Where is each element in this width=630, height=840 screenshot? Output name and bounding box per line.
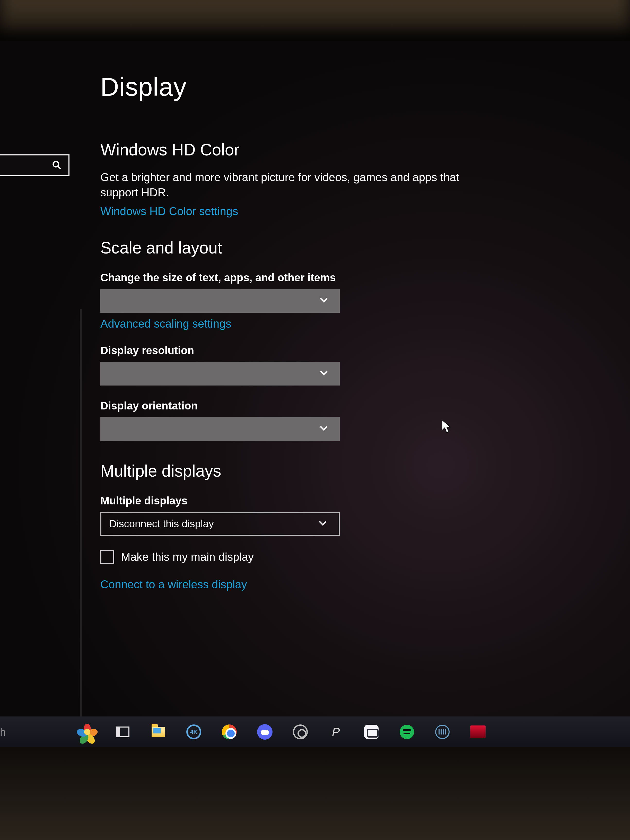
flower-icon — [78, 723, 96, 741]
taskbar-photos-app[interactable] — [77, 722, 97, 742]
advanced-scaling-link[interactable]: Advanced scaling settings — [100, 317, 231, 330]
taskbar-discord[interactable] — [255, 722, 275, 742]
multiple-displays-value: Disconnect this display — [109, 518, 214, 530]
resolution-dropdown[interactable] — [100, 362, 340, 385]
section-hdcolor: Windows HD Color — [100, 140, 538, 159]
taskbar-chrome[interactable] — [219, 722, 239, 742]
taskbar-spotify[interactable] — [397, 722, 417, 742]
orientation-label: Display orientation — [100, 399, 538, 412]
taskbar-keyboard[interactable] — [433, 722, 452, 742]
mouse-cursor — [441, 420, 452, 435]
chevron-down-icon — [318, 367, 329, 381]
scale-size-dropdown[interactable] — [100, 289, 340, 313]
streamlabs-icon — [364, 725, 379, 739]
taskbar-obs[interactable] — [290, 722, 310, 742]
checkbox-icon — [100, 550, 114, 564]
sidebar-search-input[interactable] — [0, 155, 69, 176]
search-icon — [52, 160, 61, 171]
laptop-bezel-top — [0, 0, 630, 41]
settings-window: Display Windows HD Color Get a brighter … — [0, 41, 630, 747]
taskbar-red-app[interactable] — [468, 722, 488, 742]
multiple-displays-label: Multiple displays — [100, 495, 538, 507]
resolution-label: Display resolution — [100, 344, 538, 357]
main-display-checkbox-row[interactable]: Make this my main display — [100, 550, 538, 564]
chevron-down-icon — [318, 294, 329, 308]
settings-content: Display Windows HD Color Get a brighter … — [100, 72, 538, 591]
scale-size-label: Change the size of text, apps, and other… — [100, 272, 538, 284]
svg-point-0 — [53, 161, 59, 167]
taskbar: h 4K — [0, 717, 630, 747]
section-multiple-displays: Multiple displays — [100, 461, 538, 480]
taskbar-p-app[interactable]: P — [326, 722, 346, 742]
taskbar-task-view[interactable] — [113, 722, 133, 742]
orientation-dropdown[interactable] — [100, 417, 340, 441]
laptop-bezel-bottom — [0, 747, 630, 840]
taskbar-search-fragment[interactable]: h — [0, 726, 6, 738]
taskbar-4k-downloader[interactable]: 4K — [184, 722, 204, 742]
screen-area: Display Windows HD Color Get a brighter … — [0, 41, 630, 747]
keyboard-icon — [435, 725, 450, 739]
wireless-display-link[interactable]: Connect to a wireless display — [100, 578, 247, 591]
section-scale: Scale and layout — [100, 238, 538, 257]
spotify-icon — [399, 725, 414, 739]
taskbar-file-explorer[interactable] — [148, 722, 168, 742]
page-title: Display — [100, 72, 538, 102]
folder-icon — [152, 727, 165, 737]
obs-icon — [293, 725, 308, 739]
hdcolor-description: Get a brighter and more vibrant picture … — [100, 170, 497, 200]
task-view-icon — [116, 726, 129, 737]
taskbar-streamlabs[interactable] — [361, 722, 381, 742]
red-app-icon — [470, 725, 486, 738]
chevron-down-icon — [318, 422, 329, 436]
letter-p-icon: P — [332, 725, 340, 739]
fourk-icon: 4K — [186, 725, 201, 739]
chrome-icon — [222, 725, 237, 739]
multiple-displays-dropdown[interactable]: Disconnect this display — [100, 512, 340, 536]
hdcolor-settings-link[interactable]: Windows HD Color settings — [100, 205, 238, 218]
svg-line-1 — [58, 166, 61, 169]
chevron-down-icon — [317, 517, 328, 531]
main-display-checkbox-label: Make this my main display — [121, 551, 254, 563]
scrollbar-track[interactable] — [80, 309, 82, 733]
discord-icon — [257, 724, 273, 740]
